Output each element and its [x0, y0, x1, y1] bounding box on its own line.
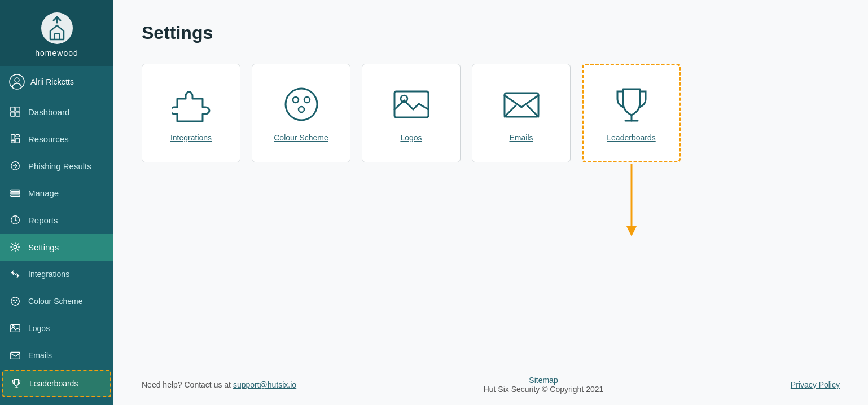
- main-content: Settings Integrations: [113, 0, 868, 405]
- dashboard-icon: [9, 105, 21, 118]
- homewood-logo-icon: [40, 11, 74, 45]
- sidebar-item-resources[interactable]: Resources: [0, 125, 113, 152]
- svg-point-18: [11, 297, 20, 306]
- svg-rect-33: [505, 93, 538, 117]
- svg-rect-11: [16, 138, 19, 143]
- sidebar-item-integrations[interactable]: Integrations: [0, 261, 113, 288]
- sidebar-arrow-annotation: [0, 398, 113, 405]
- leaderboards-label: Leaderboards: [29, 379, 78, 388]
- svg-point-30: [299, 107, 304, 112]
- resources-icon: [9, 133, 21, 145]
- sidebar-item-logos[interactable]: Logos: [0, 315, 113, 342]
- svg-rect-14: [11, 192, 20, 194]
- sidebar-item-leaderboards[interactable]: Leaderboards: [2, 370, 111, 397]
- sidebar: homewood Alrii Ricketts Dashboard: [0, 0, 113, 405]
- integrations-card-label: Integrations: [170, 133, 212, 142]
- user-name: Alrii Ricketts: [30, 77, 74, 86]
- phishing-results-label: Phishing Results: [28, 161, 91, 171]
- user-profile[interactable]: Alrii Ricketts: [0, 66, 113, 98]
- svg-rect-24: [11, 353, 20, 359]
- sitemap-link[interactable]: Sitemap: [484, 376, 604, 385]
- sidebar-item-dashboard[interactable]: Dashboard: [0, 98, 113, 125]
- puzzle-icon: [172, 85, 211, 124]
- privacy-policy-link[interactable]: Privacy Policy: [791, 380, 840, 389]
- svg-point-17: [14, 245, 16, 248]
- settings-card-emails[interactable]: Emails: [472, 64, 571, 162]
- colour-scheme-label: Colour Scheme: [28, 297, 83, 306]
- footer-center: Sitemap Hut Six Security © Copyright 202…: [484, 376, 604, 394]
- svg-point-3: [15, 78, 19, 82]
- logo-area[interactable]: homewood: [0, 0, 113, 66]
- svg-point-19: [13, 300, 15, 301]
- integrations-label: Integrations: [28, 270, 69, 279]
- svg-line-35: [527, 105, 538, 117]
- settings-cards-grid: Integrations Colour Scheme: [142, 64, 840, 162]
- vertical-arrow-annotation: [623, 164, 640, 240]
- settings-card-colour-scheme[interactable]: Colour Scheme: [252, 64, 350, 162]
- leaderboards-card-label: Leaderboards: [607, 133, 655, 142]
- support-email-link[interactable]: support@hutsix.io: [233, 380, 296, 389]
- svg-rect-15: [11, 195, 20, 197]
- reports-icon: [9, 214, 21, 226]
- logos-label: Logos: [28, 324, 50, 333]
- logos-icon: [9, 322, 21, 334]
- svg-rect-7: [16, 112, 20, 116]
- svg-rect-4: [11, 107, 15, 111]
- svg-point-28: [293, 97, 299, 103]
- footer-right: Privacy Policy: [791, 380, 840, 389]
- colour-scheme-icon: [9, 295, 21, 307]
- svg-rect-9: [11, 141, 15, 143]
- phishing-icon: [9, 160, 21, 172]
- sidebar-item-emails[interactable]: Emails: [0, 342, 113, 369]
- integrations-icon: [9, 268, 21, 280]
- settings-icon: [9, 241, 21, 253]
- email-icon: [502, 85, 541, 124]
- svg-line-34: [505, 105, 516, 117]
- manage-label: Manage: [28, 188, 59, 198]
- palette-icon: [282, 85, 321, 124]
- sidebar-item-phishing-results[interactable]: Phishing Results: [0, 152, 113, 179]
- svg-rect-5: [16, 107, 20, 111]
- logo-text: homewood: [35, 49, 78, 58]
- settings-card-integrations[interactable]: Integrations: [142, 64, 240, 162]
- reports-label: Reports: [28, 215, 58, 225]
- sidebar-item-settings[interactable]: Settings: [0, 234, 113, 261]
- settings-card-leaderboards[interactable]: Leaderboards: [582, 64, 681, 162]
- svg-rect-10: [16, 135, 19, 137]
- user-avatar-icon: [9, 74, 25, 90]
- footer-help: Need help? Contact us at support@hutsix.…: [142, 380, 296, 389]
- trophy-icon: [612, 85, 651, 124]
- dashboard-label: Dashboard: [28, 107, 69, 117]
- sidebar-item-colour-scheme[interactable]: Colour Scheme: [0, 288, 113, 315]
- sidebar-item-reports[interactable]: Reports: [0, 206, 113, 234]
- leaderboards-icon: [10, 377, 23, 390]
- manage-icon: [9, 187, 21, 199]
- sidebar-item-manage[interactable]: Manage: [0, 179, 113, 206]
- emails-label: Emails: [28, 351, 52, 360]
- svg-point-20: [16, 300, 17, 301]
- svg-point-27: [286, 89, 317, 120]
- svg-point-21: [15, 302, 16, 303]
- emails-card-label: Emails: [509, 133, 533, 142]
- svg-rect-8: [11, 135, 15, 139]
- svg-rect-13: [11, 190, 20, 192]
- page-title: Settings: [142, 23, 840, 43]
- image-icon: [392, 85, 431, 124]
- svg-marker-39: [626, 226, 637, 236]
- settings-label: Settings: [28, 243, 59, 252]
- svg-rect-6: [11, 112, 15, 116]
- colour-scheme-card-label: Colour Scheme: [274, 133, 328, 142]
- copyright-text: Hut Six Security © Copyright 2021: [484, 385, 604, 394]
- logos-card-label: Logos: [400, 133, 422, 142]
- footer: Need help? Contact us at support@hutsix.…: [113, 364, 868, 405]
- svg-point-2: [10, 74, 24, 89]
- svg-point-29: [304, 97, 310, 103]
- settings-card-logos[interactable]: Logos: [362, 64, 461, 162]
- resources-label: Resources: [28, 134, 69, 144]
- emails-icon: [9, 349, 21, 362]
